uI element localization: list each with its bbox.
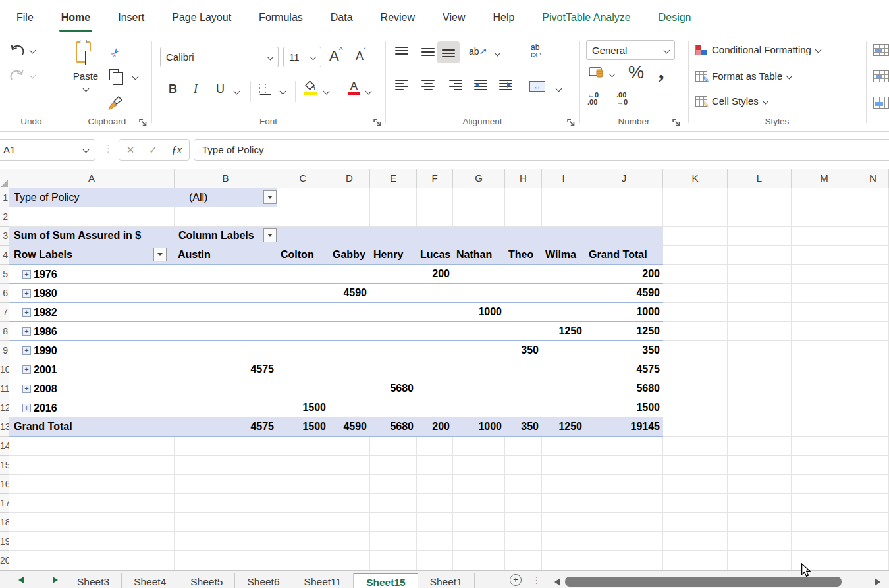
col-header-J[interactable]: J	[585, 169, 663, 188]
cell-N5[interactable]	[857, 265, 889, 284]
align-left-button[interactable]	[395, 80, 408, 90]
cell-H15[interactable]	[505, 456, 542, 475]
expand-button[interactable]: +	[22, 404, 31, 412]
cell-D8[interactable]	[329, 322, 370, 341]
orientation-dropdown[interactable]	[495, 50, 501, 57]
cell-I13[interactable]: 1250	[542, 417, 585, 437]
sheet-nav-right-icon[interactable]	[53, 577, 58, 583]
bold-button[interactable]: B	[169, 82, 177, 96]
cell-J3[interactable]	[585, 227, 663, 246]
cell-G6[interactable]	[453, 284, 505, 303]
cell-B7[interactable]	[175, 303, 277, 322]
cell-H5[interactable]	[505, 265, 542, 284]
cell-A20[interactable]	[9, 551, 175, 570]
cell-D3[interactable]	[329, 227, 370, 246]
cell-B17[interactable]	[175, 494, 277, 513]
cell-K16[interactable]	[663, 475, 728, 494]
cell-I7[interactable]	[542, 303, 585, 322]
cell-L4[interactable]	[728, 246, 792, 265]
wrap-text-button[interactable]: ab c↩	[531, 44, 541, 59]
col-header-B[interactable]: B	[175, 169, 277, 188]
cell-H12[interactable]	[505, 398, 542, 417]
cell-L7[interactable]	[728, 303, 792, 322]
cell-K19[interactable]	[663, 532, 728, 551]
cell-D5[interactable]	[329, 265, 370, 284]
cell-M14[interactable]	[792, 437, 857, 456]
expand-button[interactable]: +	[22, 270, 31, 279]
cell-I2[interactable]	[542, 207, 585, 227]
cell-G11[interactable]	[453, 379, 505, 398]
row-header-4[interactable]: 4	[0, 246, 9, 265]
col-header-D[interactable]: D	[329, 169, 370, 188]
number-format-select[interactable]: General	[586, 40, 675, 60]
tab-formulas[interactable]: Formulas	[245, 0, 317, 36]
cell-K9[interactable]	[663, 341, 728, 360]
sheet-nav-left-icon[interactable]	[18, 577, 24, 583]
new-sheet-button[interactable]: +	[510, 574, 522, 586]
report-filter-dropdown[interactable]	[263, 190, 277, 204]
cell-I18[interactable]	[542, 513, 585, 532]
cell-J1[interactable]	[585, 188, 663, 207]
cell-A3[interactable]: Sum of Sum Assured in $	[9, 227, 175, 246]
sheet-tab-sheet11[interactable]: Sheet11	[292, 573, 354, 588]
cell-A16[interactable]	[9, 475, 175, 494]
cell-K2[interactable]	[663, 207, 728, 227]
cell-C1[interactable]	[277, 188, 329, 207]
cell-K12[interactable]	[663, 398, 728, 417]
cell-N11[interactable]	[857, 379, 889, 398]
conditional-formatting-button[interactable]: Conditional Formatting	[695, 44, 821, 55]
grow-font-button[interactable]: A^	[329, 45, 342, 65]
cell-I1[interactable]	[542, 188, 585, 207]
cell-I12[interactable]	[542, 398, 585, 417]
cell-M8[interactable]	[792, 322, 857, 341]
undo-button[interactable]	[9, 44, 25, 60]
tab-data[interactable]: Data	[317, 0, 367, 36]
cell-H19[interactable]	[505, 532, 542, 551]
cell-K6[interactable]	[663, 284, 728, 303]
cell-G20[interactable]	[453, 551, 505, 570]
cell-M4[interactable]	[792, 246, 857, 265]
cell-C17[interactable]	[277, 494, 329, 513]
row-header-8[interactable]: 8	[0, 322, 9, 341]
cell-C7[interactable]	[277, 303, 329, 322]
cell-M16[interactable]	[792, 475, 857, 494]
cell-L3[interactable]	[728, 227, 792, 246]
cell-B2[interactable]	[175, 207, 277, 227]
hscroll-left-arrow[interactable]	[554, 578, 560, 586]
cell-J2[interactable]	[585, 207, 663, 227]
cell-H14[interactable]	[505, 437, 542, 456]
expand-button[interactable]: +	[22, 385, 31, 393]
cell-A1[interactable]: Type of Policy	[9, 188, 175, 207]
cell-A5[interactable]: +1976	[9, 265, 175, 284]
row-header-10[interactable]: 10	[0, 360, 9, 379]
cell-I20[interactable]	[542, 551, 585, 570]
cell-I19[interactable]	[542, 532, 585, 551]
cell-E4[interactable]: Henry	[370, 246, 417, 265]
cell-K17[interactable]	[663, 494, 728, 513]
cell-K3[interactable]	[663, 227, 728, 246]
cell-D11[interactable]	[329, 379, 370, 398]
cell-C2[interactable]	[277, 207, 329, 227]
cell-B10[interactable]: 4575	[175, 360, 277, 379]
cell-N1[interactable]	[857, 188, 889, 207]
cell-G16[interactable]	[453, 475, 505, 494]
row-header-9[interactable]: 9	[0, 341, 9, 360]
cell-N13[interactable]	[857, 417, 889, 437]
row-header-13[interactable]: 13	[0, 417, 9, 437]
cell-C9[interactable]	[277, 341, 329, 360]
col-header-M[interactable]: M	[792, 169, 857, 188]
tab-home[interactable]: Home	[47, 0, 104, 36]
cell-A9[interactable]: +1990	[9, 341, 175, 360]
cell-M18[interactable]	[792, 513, 857, 532]
cell-M1[interactable]	[792, 188, 857, 207]
middle-align-button[interactable]	[421, 47, 435, 57]
cell-M19[interactable]	[792, 532, 857, 551]
shrink-font-button[interactable]: Aˇ	[356, 47, 366, 63]
font-color-dropdown[interactable]	[365, 88, 372, 95]
cell-C12[interactable]: 1500	[277, 398, 329, 417]
borders-dropdown[interactable]	[280, 88, 286, 95]
cell-C15[interactable]	[277, 456, 329, 475]
cell-G15[interactable]	[453, 456, 505, 475]
cell-F3[interactable]	[417, 227, 453, 246]
cell-A13[interactable]: Grand Total	[9, 417, 175, 437]
